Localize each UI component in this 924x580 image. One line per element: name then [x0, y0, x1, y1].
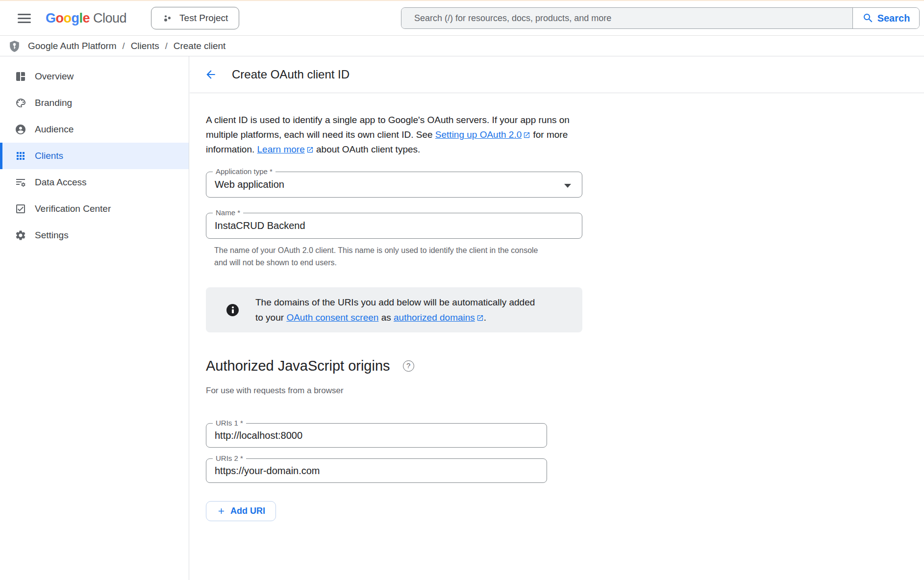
sidebar-item-label: Data Access [35, 177, 87, 188]
data-access-icon [15, 177, 26, 188]
breadcrumb-separator: / [117, 41, 131, 51]
uri-2-label: URIs 2 * [213, 454, 246, 462]
origins-section-subtitle: For use with requests from a browser [206, 386, 924, 396]
logo-letter: G [46, 11, 56, 26]
add-uri-button[interactable]: Add URI [206, 501, 276, 521]
apps-grid-icon [15, 150, 26, 162]
google-cloud-logo[interactable]: Google Cloud [46, 11, 126, 26]
origins-section-header: Authorized JavaScript origins ? [206, 358, 924, 374]
main-panel: Create OAuth client ID A client ID is us… [190, 56, 924, 580]
breadcrumb: Google Auth Platform / Clients / Create … [0, 36, 924, 56]
uri-field-1: URIs 1 * [206, 423, 547, 448]
add-uri-label: Add URI [230, 506, 265, 516]
uri-1-input[interactable] [206, 424, 547, 447]
account-circle-icon [15, 124, 26, 135]
project-picker-button[interactable]: Test Project [151, 7, 239, 29]
external-link-icon [523, 131, 530, 139]
logo-cloud-text: Cloud [93, 11, 126, 26]
client-name-field: Name * [206, 213, 582, 239]
sidebar-item-verification-center[interactable]: Verification Center [0, 196, 189, 222]
application-type-select[interactable]: Application type * Web application [206, 172, 582, 198]
sidebar-item-audience[interactable]: Audience [0, 116, 189, 143]
external-link-icon [306, 146, 314, 153]
sidebar-item-data-access[interactable]: Data Access [0, 169, 189, 196]
origins-section-title: Authorized JavaScript origins [206, 358, 390, 374]
gear-icon [15, 229, 26, 241]
page-title: Create OAuth client ID [232, 68, 350, 81]
back-arrow-icon[interactable] [204, 68, 217, 81]
search-button[interactable]: Search [852, 8, 919, 28]
intro-text: about OAuth client types. [314, 144, 421, 154]
sidebar-nav: Overview Branding Audience Clients Data … [0, 56, 189, 580]
client-name-input[interactable] [206, 213, 582, 238]
sidebar-item-label: Settings [35, 230, 69, 241]
logo-letter: g [72, 11, 79, 26]
uri-2-input[interactable] [206, 459, 547, 482]
breadcrumb-separator: / [159, 41, 174, 51]
help-icon[interactable]: ? [403, 360, 414, 372]
checkbox-check-icon [15, 203, 26, 215]
global-search: Search [401, 7, 920, 29]
info-notice: The domains of the URIs you add below wi… [206, 287, 582, 332]
client-name-label: Name * [213, 208, 243, 217]
intro-paragraph: A client ID is used to identify a single… [206, 113, 573, 157]
authorized-domains-link[interactable]: authorized domains [394, 312, 475, 323]
logo-letter: o [64, 11, 72, 26]
page-title-bar: Create OAuth client ID [190, 56, 924, 93]
breadcrumb-item-create-client: Create client [174, 41, 226, 51]
learn-more-link[interactable]: Learn more [257, 144, 305, 154]
sidebar-item-label: Verification Center [35, 203, 111, 214]
logo-letter: l [79, 11, 83, 26]
uri-1-label: URIs 1 * [213, 419, 246, 427]
uri-field-2: URIs 2 * [206, 458, 547, 483]
project-name: Test Project [179, 13, 228, 24]
info-notice-text: The domains of the URIs you add below wi… [255, 295, 540, 325]
overview-icon [15, 71, 26, 82]
info-text: as [378, 312, 394, 323]
search-icon [862, 12, 874, 24]
plus-icon [217, 506, 226, 516]
info-icon [226, 304, 239, 316]
auth-platform-shield-icon [8, 40, 21, 53]
sidebar-item-settings[interactable]: Settings [0, 222, 189, 249]
sidebar-item-label: Branding [35, 98, 72, 108]
form-content: A client ID is used to identify a single… [190, 93, 924, 521]
palette-icon [15, 97, 26, 109]
breadcrumb-item-auth-platform[interactable]: Google Auth Platform [28, 41, 117, 51]
app-header: Google Cloud Test Project Search [0, 1, 924, 36]
sidebar-item-clients[interactable]: Clients [0, 143, 189, 169]
sidebar-item-label: Overview [35, 71, 74, 82]
logo-letter: o [56, 11, 64, 26]
breadcrumb-item-clients[interactable]: Clients [131, 41, 159, 51]
application-type-label: Application type * [213, 167, 275, 176]
menu-icon[interactable] [18, 11, 31, 25]
search-input[interactable] [401, 8, 852, 28]
project-icon [162, 13, 173, 24]
sidebar-item-overview[interactable]: Overview [0, 63, 189, 90]
client-name-helper-text: The name of your OAuth 2.0 client. This … [214, 244, 539, 269]
application-type-value: Web application [206, 172, 582, 197]
oauth-consent-screen-link[interactable]: OAuth consent screen [286, 312, 378, 323]
sidebar-item-label: Clients [35, 151, 63, 161]
setting-up-oauth-link[interactable]: Setting up OAuth 2.0 [435, 129, 522, 140]
logo-letter: e [83, 11, 90, 26]
sidebar-item-branding[interactable]: Branding [0, 90, 189, 116]
search-button-label: Search [877, 13, 910, 24]
info-text: . [484, 312, 486, 323]
sidebar-item-label: Audience [35, 124, 74, 135]
dropdown-caret-icon [564, 184, 571, 188]
external-link-icon [476, 314, 484, 322]
